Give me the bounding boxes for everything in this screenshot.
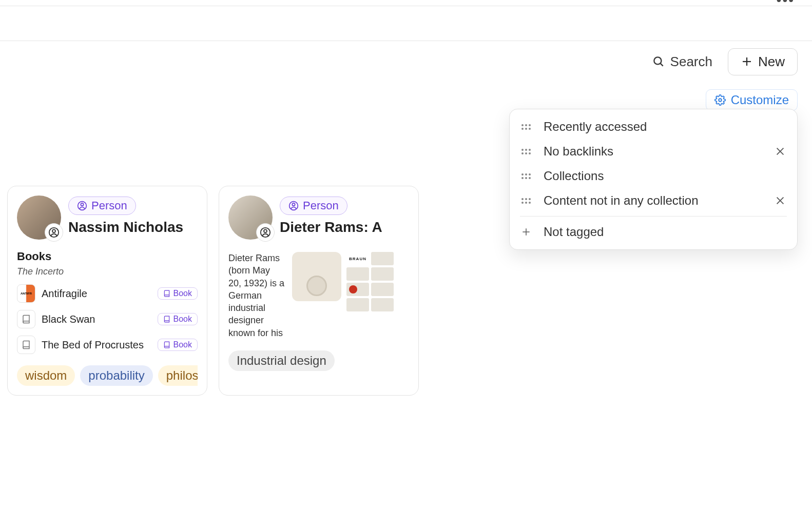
svg-point-12 — [292, 203, 295, 206]
bio-text: Dieter Rams (born May 20, 1932) is a Ger… — [228, 252, 285, 339]
book-icon — [163, 316, 170, 323]
book-cover-icon: ANTIFR — [17, 284, 35, 303]
book-row[interactable]: The Bed of Procrustes Book — [17, 336, 198, 354]
search-button[interactable]: Search — [646, 50, 719, 74]
header-bar: ••• — [0, 6, 812, 41]
plus-icon — [741, 55, 753, 68]
plus-icon — [521, 227, 531, 237]
customize-button[interactable]: Customize — [706, 89, 798, 111]
person-type-icon — [256, 223, 275, 242]
divider — [520, 216, 787, 217]
book-name: Antifragile — [42, 288, 151, 300]
tag-probability[interactable]: probability — [80, 365, 152, 386]
customize-dropdown: Recently accessed No backlinks Collectio… — [509, 109, 798, 250]
dropdown-item-no-backlinks[interactable]: No backlinks — [510, 139, 797, 164]
dropdown-item-content-not-in-collection[interactable]: Content not in any collection — [510, 188, 797, 213]
card-title: Dieter Rams: A — [280, 219, 382, 236]
product-thumb — [371, 267, 394, 281]
book-type-badge: Book — [158, 339, 198, 351]
type-badge-person[interactable]: Person — [280, 197, 347, 215]
person-card-dieter-rams[interactable]: Person Dieter Rams: A Dieter Rams (born … — [219, 186, 419, 396]
braun-logo: BRAUN — [346, 252, 369, 265]
customize-label: Customize — [731, 93, 789, 107]
svg-point-10 — [264, 229, 267, 232]
dropdown-add-not-tagged[interactable]: Not tagged — [510, 220, 797, 244]
dropdown-item-collections[interactable]: Collections — [510, 164, 797, 188]
book-cover-icon — [17, 310, 35, 328]
drag-handle-icon[interactable] — [521, 198, 531, 204]
books-section-title: Books — [17, 250, 198, 263]
drag-handle-icon[interactable] — [521, 124, 531, 130]
type-badge-person[interactable]: Person — [68, 197, 136, 215]
new-button[interactable]: New — [728, 48, 798, 75]
type-label: Person — [303, 199, 339, 212]
book-icon — [163, 341, 170, 348]
book-icon — [163, 290, 170, 297]
tag-wisdom[interactable]: wisdom — [17, 365, 75, 386]
svg-point-8 — [81, 203, 83, 206]
book-name: Black Swan — [42, 314, 151, 325]
product-thumb — [346, 267, 369, 281]
svg-point-0 — [654, 57, 661, 64]
svg-point-6 — [52, 229, 55, 232]
search-icon — [652, 55, 665, 68]
product-thumb — [371, 252, 394, 265]
person-type-icon — [45, 223, 63, 242]
avatar — [17, 195, 61, 240]
drag-handle-icon[interactable] — [521, 149, 531, 154]
product-images: BRAUN — [292, 252, 394, 339]
book-row[interactable]: Black Swan Book — [17, 310, 198, 328]
book-cover-icon — [17, 336, 35, 354]
tag-industrial-design[interactable]: Industrial design — [228, 350, 335, 371]
avatar — [228, 195, 273, 240]
book-type-badge: Book — [158, 313, 198, 325]
type-label: Person — [91, 199, 127, 212]
product-thumb — [371, 283, 394, 296]
product-image-main — [292, 252, 341, 301]
product-thumb — [346, 298, 369, 311]
person-icon — [77, 201, 87, 211]
remove-icon[interactable] — [775, 195, 786, 206]
more-menu-button[interactable]: ••• — [777, 0, 795, 8]
person-card-nassim[interactable]: Person Nassim Nicholas Books The Incerto… — [7, 186, 207, 396]
remove-icon[interactable] — [775, 146, 786, 157]
book-name: The Bed of Procrustes — [42, 339, 151, 351]
product-thumb — [371, 298, 394, 311]
svg-point-4 — [719, 99, 722, 102]
book-type-badge: Book — [158, 287, 198, 300]
tag-philosophy[interactable]: philosoph — [158, 365, 198, 386]
drag-handle-icon[interactable] — [521, 173, 531, 179]
search-label: Search — [670, 54, 712, 70]
new-label: New — [758, 54, 785, 70]
svg-line-1 — [660, 64, 663, 66]
book-row[interactable]: ANTIFR Antifragile Book — [17, 284, 198, 303]
card-title: Nassim Nicholas — [68, 219, 183, 236]
series-title: The Incerto — [17, 266, 198, 277]
dropdown-item-recently-accessed[interactable]: Recently accessed — [510, 114, 797, 139]
person-icon — [288, 201, 299, 211]
gear-icon — [714, 94, 726, 106]
actions-row: Search New — [0, 41, 812, 82]
product-thumb — [346, 283, 369, 296]
